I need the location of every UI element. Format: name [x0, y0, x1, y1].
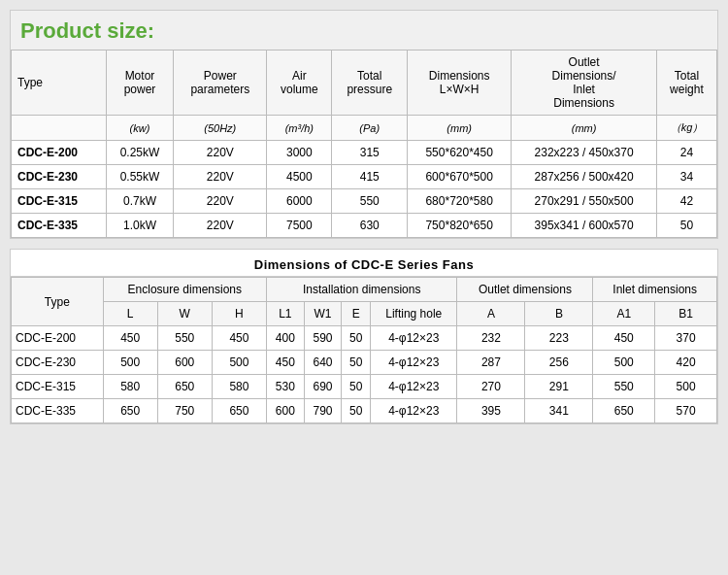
- cell-W1: 640: [304, 351, 342, 375]
- group-outlet: Outlet dimensions: [457, 278, 593, 302]
- sub-A1: A1: [593, 302, 655, 326]
- cell-type: CDC-E-335: [12, 399, 104, 423]
- cell-weight: 24: [656, 141, 716, 165]
- cell-A: 232: [457, 326, 525, 351]
- bottom-section: Dimensions of CDC-E Series Fans Type Enc…: [10, 249, 718, 424]
- cell-E: 50: [342, 351, 371, 375]
- top-section: Product size: Type Motorpower Powerparam…: [10, 10, 718, 239]
- cell-L1: 400: [266, 326, 304, 351]
- col-motor-power: Motorpower: [106, 51, 174, 116]
- table-row: CDC-E-335 1.0kW 220V 7500 630 750*820*65…: [12, 214, 717, 238]
- cell-A1: 500: [593, 351, 655, 375]
- col-power-param: Powerparameters: [174, 51, 267, 116]
- col-type: Type: [12, 51, 107, 116]
- cell-power-param: 220V: [174, 214, 267, 238]
- unit-air: (m³/h): [267, 116, 332, 141]
- cell-E: 50: [342, 375, 371, 399]
- cell-type: CDC-E-200: [12, 141, 107, 165]
- cell-total-pressure: 550: [332, 189, 408, 214]
- cell-total-pressure: 630: [332, 214, 408, 238]
- cell-W: 650: [157, 375, 212, 399]
- sub-W: W: [157, 302, 212, 326]
- cell-power-param: 220V: [174, 141, 267, 165]
- cell-A: 287: [457, 351, 525, 375]
- sub-A: A: [457, 302, 525, 326]
- cell-W: 550: [157, 326, 212, 351]
- cell-L1: 600: [266, 399, 304, 423]
- cell-H: 580: [212, 375, 266, 399]
- cell-A: 270: [457, 375, 525, 399]
- cell-weight: 50: [656, 214, 716, 238]
- units-row: (kw) (50Hz) (m³/h) (Pa) (mm) (mm) （kg）: [12, 116, 717, 141]
- cell-total-pressure: 315: [332, 141, 408, 165]
- unit-type: [12, 116, 107, 141]
- cell-outlet-inlet: 395x341 / 600x570: [512, 214, 657, 238]
- cell-H: 450: [212, 326, 266, 351]
- cell-lifting: 4-φ12×23: [371, 351, 457, 375]
- cell-air-volume: 6000: [267, 189, 332, 214]
- cell-motor-power: 1.0kW: [106, 214, 174, 238]
- sub-L: L: [103, 302, 157, 326]
- cell-outlet-inlet: 287x256 / 500x420: [512, 165, 657, 189]
- cell-type: CDC-E-200: [12, 326, 104, 351]
- col-dimensions: DimensionsL×W×H: [408, 51, 512, 116]
- cell-power-param: 220V: [174, 165, 267, 189]
- unit-dim: (mm): [408, 116, 512, 141]
- cell-L1: 450: [266, 351, 304, 375]
- cell-L: 580: [103, 375, 157, 399]
- cell-B: 223: [525, 326, 593, 351]
- cell-total-pressure: 415: [332, 165, 408, 189]
- unit-outlet: (mm): [512, 116, 657, 141]
- cell-dimensions: 600*670*500: [408, 165, 512, 189]
- cell-weight: 42: [656, 189, 716, 214]
- sub-header-row: L W H L1 W1 E Lifting hole A B A1 B1: [12, 302, 717, 326]
- cell-B1: 570: [655, 399, 717, 423]
- cell-motor-power: 0.25kW: [106, 141, 174, 165]
- bottom-table-title: Dimensions of CDC-E Series Fans: [11, 250, 717, 277]
- cell-dimensions: 750*820*650: [408, 214, 512, 238]
- cell-type: CDC-E-335: [12, 214, 107, 238]
- cell-L: 650: [103, 399, 157, 423]
- cell-outlet-inlet: 232x223 / 450x370: [512, 141, 657, 165]
- cell-air-volume: 4500: [267, 165, 332, 189]
- col-outlet-inlet: OutletDimensions/InletDimensions: [512, 51, 657, 116]
- col-total-pressure: Totalpressure: [332, 51, 408, 116]
- col-type-label: Type: [12, 278, 104, 326]
- table-row: CDC-E-230 500 600 500 450 640 50 4-φ12×2…: [12, 351, 717, 375]
- group-installation: Installation dimensions: [266, 278, 456, 302]
- cell-H: 650: [212, 399, 266, 423]
- unit-weight: （kg）: [656, 116, 716, 141]
- unit-pressure: (Pa): [332, 116, 408, 141]
- unit-motor: (kw): [106, 116, 174, 141]
- cell-A1: 650: [593, 399, 655, 423]
- cell-L1: 530: [266, 375, 304, 399]
- table-row: CDC-E-315 0.7kW 220V 6000 550 680*720*58…: [12, 189, 717, 214]
- cell-H: 500: [212, 351, 266, 375]
- table-row: CDC-E-335 650 750 650 600 790 50 4-φ12×2…: [12, 399, 717, 423]
- cell-L: 500: [103, 351, 157, 375]
- sub-B: B: [525, 302, 593, 326]
- table-row: CDC-E-230 0.55kW 220V 4500 415 600*670*5…: [12, 165, 717, 189]
- cell-A: 395: [457, 399, 525, 423]
- cell-lifting: 4-φ12×23: [371, 326, 457, 351]
- col-air-volume: Airvolume: [267, 51, 332, 116]
- sub-H: H: [212, 302, 266, 326]
- cell-air-volume: 3000: [267, 141, 332, 165]
- cell-weight: 34: [656, 165, 716, 189]
- sub-lifting: Lifting hole: [371, 302, 457, 326]
- cell-W1: 690: [304, 375, 342, 399]
- cell-B: 291: [525, 375, 593, 399]
- sub-W1: W1: [304, 302, 342, 326]
- cell-lifting: 4-φ12×23: [371, 399, 457, 423]
- cell-A1: 450: [593, 326, 655, 351]
- cell-B1: 420: [655, 351, 717, 375]
- cell-type: CDC-E-315: [12, 189, 107, 214]
- cell-type: CDC-E-315: [12, 375, 104, 399]
- cell-L: 450: [103, 326, 157, 351]
- unit-power: (50Hz): [174, 116, 267, 141]
- group-inlet: Inlet dimensions: [593, 278, 717, 302]
- sub-B1: B1: [655, 302, 717, 326]
- cell-motor-power: 0.55kW: [106, 165, 174, 189]
- cell-power-param: 220V: [174, 189, 267, 214]
- cell-A1: 550: [593, 375, 655, 399]
